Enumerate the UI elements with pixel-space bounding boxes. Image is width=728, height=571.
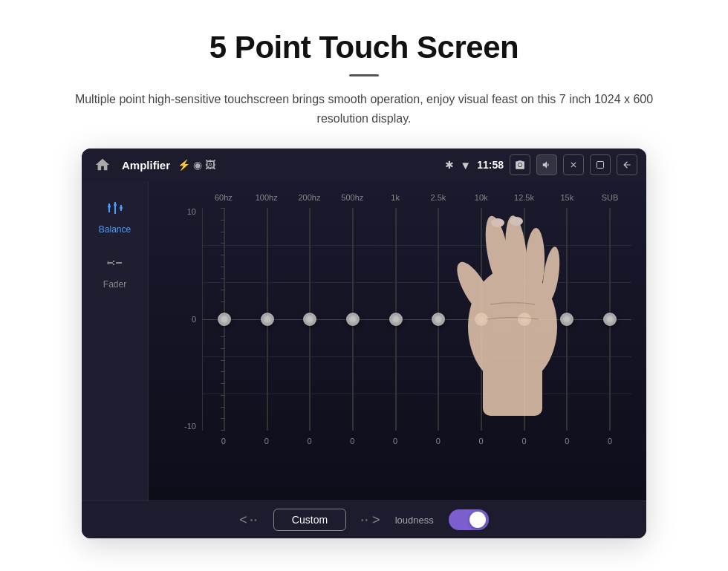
usb-icon: ⚡ xyxy=(178,159,190,171)
prev-btn[interactable]: < •• xyxy=(239,512,259,528)
next-btn[interactable]: •• > xyxy=(361,512,380,528)
page-subtitle: Multiple point high-sensitive touchscree… xyxy=(74,90,654,128)
eq-value-500hz: 0 xyxy=(331,437,374,446)
eq-slider-500hz[interactable] xyxy=(352,208,354,431)
close-btn[interactable] xyxy=(563,154,584,175)
eq-value-60hz: 0 xyxy=(202,437,245,446)
eq-slider-10k[interactable] xyxy=(481,208,482,431)
eq-label-60hz: 60hz xyxy=(202,193,245,202)
status-bar-icons: ⚡ ◉ 🖼 xyxy=(178,159,215,171)
eq-label-sub: SUB xyxy=(588,193,631,202)
eq-value-200hz: 0 xyxy=(288,437,331,446)
gps-icon: ◉ xyxy=(193,159,202,171)
eq-value-15k: 0 xyxy=(545,437,588,446)
sidebar-item-fader[interactable]: Fader xyxy=(82,248,148,296)
eq-labels: 60hz 100hz 200hz 500hz 1k 2.5k 10k 12.5k… xyxy=(202,193,631,202)
svg-point-5 xyxy=(108,205,111,208)
sidebar-item-balance[interactable]: Balance xyxy=(82,193,148,241)
eq-scale-bottom: -10 xyxy=(184,422,196,431)
status-bar-title: Amplifier xyxy=(122,159,170,172)
eq-slider-100hz[interactable] xyxy=(267,208,268,431)
eq-label-15k: 15k xyxy=(545,193,588,202)
sidebar-label-fader: Fader xyxy=(103,279,126,290)
eq-slider-200hz[interactable] xyxy=(309,208,311,431)
loudness-label: loudness xyxy=(395,515,434,526)
eq-slider-1k[interactable] xyxy=(395,208,397,431)
svg-point-0 xyxy=(519,163,522,167)
bluetooth-icon: ✱ xyxy=(445,159,454,171)
eq-label-2_5k: 2.5k xyxy=(417,193,460,202)
next-dots: •• xyxy=(361,516,369,524)
eq-value-12_5k: 0 xyxy=(503,437,546,446)
eq-grid: 10 0 -10 xyxy=(163,208,631,431)
eq-scale-mid: 0 xyxy=(192,316,196,324)
eq-sliders-container xyxy=(202,208,631,431)
eq-label-12_5k: 12.5k xyxy=(503,193,546,202)
fader-icon xyxy=(106,254,124,276)
sidebar: Balance Fader xyxy=(82,181,149,500)
main-content: Balance Fader 60hz 100hz 200hz 500hz 1k xyxy=(82,181,646,500)
balance-icon xyxy=(106,199,124,221)
eq-label-1k: 1k xyxy=(374,193,417,202)
eq-slider-15k[interactable] xyxy=(566,208,568,431)
eq-slider-sub[interactable] xyxy=(609,208,611,431)
svg-point-7 xyxy=(120,206,123,209)
eq-slider-12_5k[interactable] xyxy=(524,208,525,431)
eq-values: 0 0 0 0 0 0 0 0 0 0 xyxy=(202,437,631,446)
prev-arrow: < xyxy=(239,512,247,528)
media-icon: 🖼 xyxy=(205,159,215,171)
eq-label-500hz: 500hz xyxy=(331,193,374,202)
sidebar-label-balance: Balance xyxy=(99,224,131,235)
eq-value-100hz: 0 xyxy=(245,437,288,446)
eq-value-2_5k: 0 xyxy=(417,437,460,446)
eq-sliders xyxy=(203,208,631,431)
svg-rect-1 xyxy=(597,162,604,169)
home-icon[interactable] xyxy=(91,153,114,177)
status-time: 11:58 xyxy=(477,159,504,171)
page-title: 5 Point Touch Screen xyxy=(209,30,519,65)
eq-area: 60hz 100hz 200hz 500hz 1k 2.5k 10k 12.5k… xyxy=(149,181,646,500)
eq-slider-60hz[interactable] xyxy=(224,208,225,431)
status-bar-right: ✱ ▼ 11:58 xyxy=(445,154,637,175)
eq-label-10k: 10k xyxy=(460,193,503,202)
title-divider xyxy=(349,74,379,76)
preset-button[interactable]: Custom xyxy=(273,509,346,531)
eq-slider-2_5k[interactable] xyxy=(438,208,439,431)
window-btn[interactable] xyxy=(590,154,611,175)
svg-point-6 xyxy=(114,203,117,206)
loudness-toggle[interactable] xyxy=(449,509,489,530)
prev-dots: •• xyxy=(250,516,259,524)
eq-value-10k: 0 xyxy=(460,437,503,446)
back-btn[interactable] xyxy=(617,154,637,175)
next-arrow: > xyxy=(372,512,380,528)
eq-label-100hz: 100hz xyxy=(245,193,288,202)
eq-scale-top: 10 xyxy=(187,208,196,216)
eq-value-1k: 0 xyxy=(374,437,417,446)
camera-btn[interactable] xyxy=(510,154,530,175)
eq-scale: 10 0 -10 xyxy=(163,208,202,431)
status-bar: Amplifier ⚡ ◉ 🖼 ✱ ▼ 11:58 xyxy=(82,149,646,181)
bottom-controls: < •• Custom •• > loudness xyxy=(82,500,646,538)
volume-btn[interactable] xyxy=(536,154,557,175)
device-frame: Amplifier ⚡ ◉ 🖼 ✱ ▼ 11:58 xyxy=(82,149,646,538)
wifi-icon: ▼ xyxy=(460,159,471,172)
eq-value-sub: 0 xyxy=(588,437,631,446)
eq-label-200hz: 200hz xyxy=(288,193,331,202)
